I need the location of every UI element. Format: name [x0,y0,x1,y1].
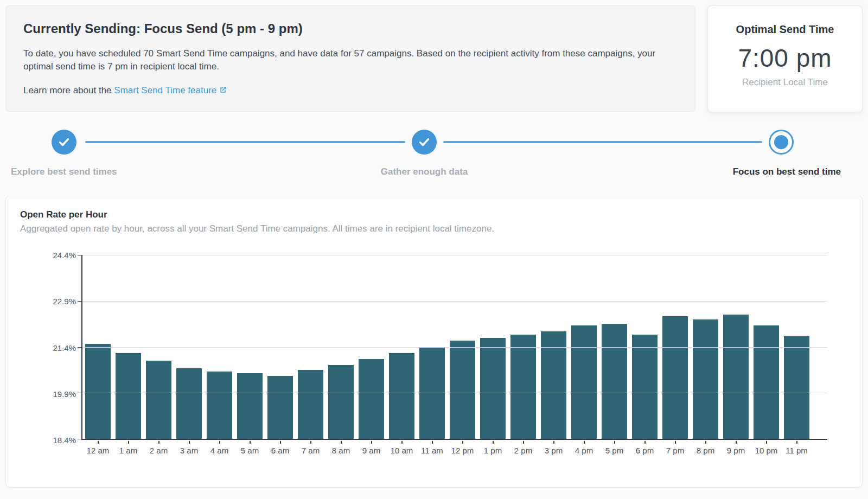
x-axis-tick [401,441,403,444]
y-axis-tick [78,393,81,393]
top-row: Currently Sending: Focus Send (5 pm - 9 … [5,5,863,112]
step-label-explore: Explore best send times [11,167,117,177]
bar-6-am[interactable] [267,376,293,439]
y-axis-tick [78,255,81,255]
x-axis-tick [280,441,281,444]
y-axis-label: 21.4% [53,343,76,352]
x-axis-tick [371,441,372,444]
bar-9-am[interactable] [359,359,384,439]
chart-region: 24.4%22.9%21.4%19.9%18.4% [20,255,827,440]
y-axis-tick [78,301,81,302]
y-axis-tick [78,347,81,348]
x-axis-tick [705,441,706,444]
x-axis-label: 8 pm [693,441,718,455]
bar-1-am[interactable] [116,353,141,439]
smart-send-time-feature-link[interactable]: Smart Send Time feature [114,85,227,95]
x-axis-label: 10 pm [754,441,779,455]
step-label-gather: Gather enough data [381,167,468,177]
x-axis-label: 4 am [207,441,232,455]
bar-3-am[interactable] [176,368,202,439]
x-axis-label: 1 pm [480,441,506,455]
x-axis-tick [462,441,463,444]
x-axis-tick [736,441,737,444]
chart-title: Open Rate per Hour [20,209,848,220]
x-axis-tick [675,441,676,444]
gridline [82,301,827,302]
x-axis: 12 am1 am2 am3 am4 am5 am6 am7 am8 am9 a… [85,441,848,455]
y-axis-label: 24.4% [53,251,76,260]
x-axis-tick [553,441,554,444]
bar-5-am[interactable] [237,373,263,439]
gridline [82,255,827,255]
step-explore-marker [52,130,76,155]
x-axis-label: 4 pm [571,441,597,455]
x-axis-tick [310,441,311,444]
progress-stepper: Explore best send times Gather enough da… [5,127,863,182]
external-link-icon [219,86,227,94]
x-axis-tick [219,441,220,444]
smart-send-time-page: Currently Sending: Focus Send (5 pm - 9 … [0,0,868,493]
learn-more-line: Learn more about the Smart Send Time fea… [23,85,678,96]
x-axis-tick [250,441,251,444]
bar-6-pm[interactable] [632,335,658,439]
bar-9-pm[interactable] [723,315,749,439]
y-axis-label: 22.9% [53,297,76,306]
stepper-connector-1 [85,141,405,143]
x-axis-label: 6 am [267,441,293,455]
bar-1-pm[interactable] [480,338,506,439]
step-focus-marker [769,130,794,155]
x-axis-label: 11 pm [784,441,809,455]
check-icon [418,136,431,149]
x-axis-label: 7 am [298,441,323,455]
x-axis-tick [432,441,433,444]
x-axis-tick [493,441,494,444]
x-axis-label: 12 am [85,441,111,455]
stepper-connector-2 [443,141,762,143]
optimal-send-time-title: Optimal Send Time [714,23,856,36]
bar-10-pm[interactable] [754,325,779,439]
bar-7-pm[interactable] [662,316,688,439]
gridline [82,347,827,348]
y-axis: 24.4%22.9%21.4%19.9%18.4% [20,255,81,440]
x-axis-label: 6 pm [632,441,658,455]
step-gather-marker [412,130,437,155]
open-rate-chart-card: Open Rate per Hour Aggregated open rate … [5,196,863,488]
x-axis-label: 5 am [237,441,263,455]
currently-sending-card: Currently Sending: Focus Send (5 pm - 9 … [5,5,695,112]
bar-2-am[interactable] [146,361,171,439]
x-axis-tick [128,441,129,444]
x-axis-label: 3 pm [541,441,566,455]
x-axis-label: 12 pm [450,441,475,455]
bar-12-am[interactable] [85,344,111,439]
x-axis-tick [796,441,797,444]
x-axis-tick [766,441,767,444]
bar-11-pm[interactable] [784,336,809,439]
bar-4-pm[interactable] [571,325,597,439]
x-axis-label: 1 am [116,441,141,455]
bar-4-am[interactable] [207,372,232,439]
optimal-send-time-subtitle: Recipient Local Time [714,77,856,88]
x-axis-label: 7 pm [662,441,688,455]
bar-12-pm[interactable] [450,341,475,439]
bar-8-pm[interactable] [693,319,718,439]
x-axis-tick [584,441,585,444]
step-label-focus: Focus on best send time [733,167,841,177]
x-axis-label: 8 am [328,441,354,455]
x-axis-tick [341,441,342,444]
y-axis-tick [78,439,81,439]
chart-subtitle: Aggregated open rate by hour, across all… [20,223,848,234]
y-axis-label: 18.4% [53,436,76,445]
x-axis-label: 11 am [419,441,445,455]
learn-more-prefix: Learn more about the [23,85,112,95]
bar-5-pm[interactable] [602,324,627,439]
bar-2-pm[interactable] [510,335,536,439]
bar-3-pm[interactable] [541,331,566,439]
bar-10-am[interactable] [389,353,414,439]
bar-7-am[interactable] [298,370,323,439]
gridline [82,393,827,393]
optimal-send-time-card: Optimal Send Time 7:00 pm Recipient Loca… [707,5,863,112]
x-axis-label: 2 am [146,441,171,455]
x-axis-tick [644,441,646,444]
x-axis-label: 9 am [359,441,384,455]
bar-8-am[interactable] [328,365,354,439]
